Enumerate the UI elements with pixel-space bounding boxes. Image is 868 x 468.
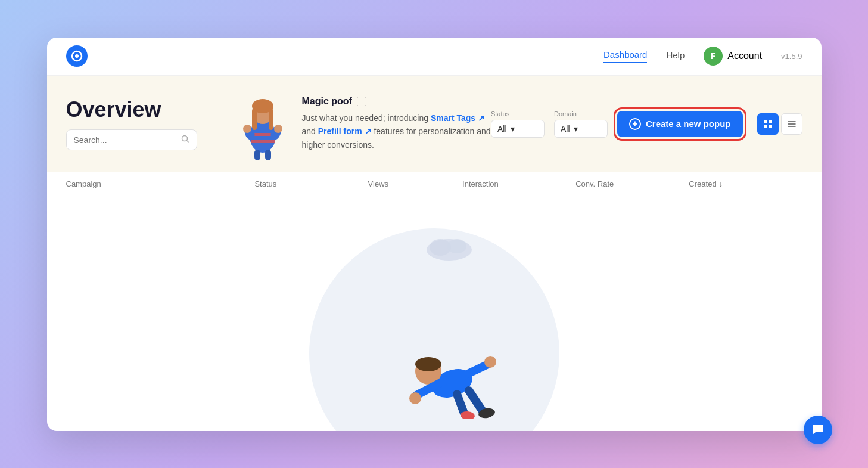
svg-line-31	[463, 364, 488, 376]
svg-point-29	[415, 357, 441, 371]
svg-rect-19	[764, 125, 767, 128]
banner-title: Magic poof	[302, 96, 491, 107]
svg-point-13	[243, 125, 251, 133]
header-nav: Dashboard Help F Account v1.5.9	[603, 47, 802, 66]
col-campaign-header[interactable]: Campaign	[66, 179, 255, 188]
banner-left: Overview	[66, 97, 233, 150]
svg-rect-20	[769, 125, 772, 128]
grid-view-button[interactable]	[757, 113, 779, 135]
empty-person-illustration	[399, 312, 518, 419]
svg-line-3	[186, 141, 189, 143]
svg-rect-18	[769, 120, 772, 123]
chevron-down-icon: ▾	[511, 124, 515, 134]
plus-circle-icon: +	[629, 118, 641, 130]
banner-body: Just what you needed; introducing Smart …	[302, 111, 491, 151]
svg-point-37	[484, 356, 496, 368]
list-view-button[interactable]	[781, 113, 802, 135]
app-window: Dashboard Help F Account v1.5.9 Overview	[47, 38, 822, 431]
logo-icon	[66, 45, 88, 67]
domain-filter-label: Domain	[554, 110, 608, 117]
sort-desc-icon: ↓	[719, 179, 723, 188]
view-toggle	[757, 113, 802, 135]
svg-point-14	[274, 125, 282, 133]
search-box[interactable]	[66, 129, 197, 150]
nav-account[interactable]: F Account	[704, 47, 762, 66]
character-illustration	[233, 85, 293, 163]
table-header: Campaign Status Views Interaction Conv. …	[47, 172, 822, 196]
chat-button[interactable]	[804, 416, 832, 444]
svg-line-33	[457, 394, 464, 413]
col-interaction-header[interactable]: Interaction	[462, 179, 575, 188]
title-icon-box	[357, 97, 366, 106]
version-label: v1.5.9	[781, 52, 802, 61]
banner-content: Magic poof Just what you needed; introdu…	[293, 96, 491, 151]
prefill-form-link[interactable]: Prefill form	[318, 126, 372, 136]
cloud-illustration	[422, 232, 476, 262]
banner: Overview	[47, 76, 822, 172]
create-popup-button[interactable]: + Create a new popup	[617, 111, 743, 137]
account-label: Account	[727, 51, 762, 61]
svg-rect-10	[269, 109, 273, 130]
status-filter-label: Status	[491, 110, 545, 117]
col-status-header[interactable]: Status	[254, 179, 368, 188]
svg-line-32	[469, 390, 482, 410]
col-created-header[interactable]: Created ↓	[689, 179, 802, 188]
header: Dashboard Help F Account v1.5.9	[47, 38, 822, 76]
svg-rect-16	[265, 150, 271, 160]
svg-point-36	[409, 392, 421, 404]
empty-state	[47, 196, 822, 431]
chevron-down-icon: ▾	[574, 124, 578, 134]
svg-rect-15	[254, 150, 260, 160]
status-filter-select[interactable]: All ▾	[491, 120, 545, 138]
col-views-header[interactable]: Views	[368, 179, 462, 188]
smart-tags-link[interactable]: Smart Tags	[431, 113, 485, 123]
nav-help[interactable]: Help	[666, 50, 685, 63]
search-icon	[181, 135, 189, 145]
header-logo[interactable]	[66, 45, 88, 67]
svg-rect-17	[764, 120, 767, 123]
domain-filter-select[interactable]: All ▾	[554, 120, 608, 138]
svg-rect-6	[251, 140, 275, 143]
status-filter-group: Status All ▾	[491, 110, 545, 138]
page-title: Overview	[66, 97, 233, 122]
svg-rect-9	[252, 109, 257, 130]
col-conv-header[interactable]: Conv. Rate	[575, 179, 689, 188]
banner-controls: Status All ▾ Domain All ▾ + Create a new…	[491, 110, 802, 138]
svg-point-26	[447, 239, 466, 253]
avatar: F	[704, 47, 723, 66]
svg-point-1	[75, 54, 79, 58]
search-input[interactable]	[74, 135, 176, 145]
domain-filter-group: Domain All ▾	[554, 110, 608, 138]
nav-dashboard[interactable]: Dashboard	[603, 49, 647, 63]
